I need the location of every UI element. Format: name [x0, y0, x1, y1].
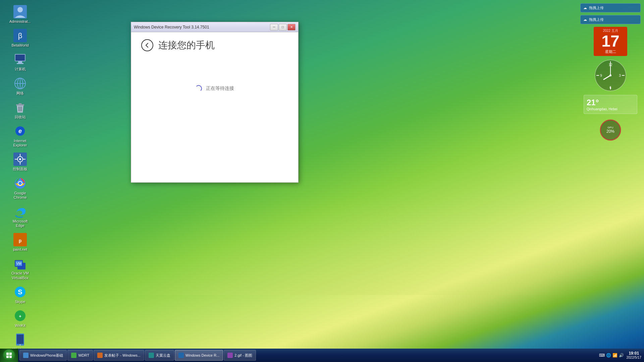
- svg-point-1: [17, 7, 23, 12]
- start-button[interactable]: [0, 349, 18, 362]
- icon-skype-label: Skype: [15, 300, 25, 304]
- desktop: Administrat... β BetaWorld 计算机: [0, 0, 644, 362]
- icon-network[interactable]: 网络: [7, 75, 34, 97]
- svg-text:9: 9: [600, 74, 602, 77]
- icon-ie-label: Internet Explorer: [8, 139, 32, 147]
- svg-text:p: p: [19, 238, 22, 243]
- taskbar-wdrt[interactable]: WDRT: [67, 350, 93, 361]
- taskbar-label-recovery: Windows Device R...: [185, 353, 219, 357]
- taskbar-clock[interactable]: 19:01 2022/5/17: [627, 351, 642, 360]
- icon-chrome[interactable]: Google Chrome: [7, 175, 34, 201]
- close-button[interactable]: ✕: [287, 24, 296, 31]
- window-controls: ─ □ ✕: [270, 24, 296, 31]
- icon-winkit-label: WinKit: [15, 323, 25, 328]
- taskbar-label-onedrive: 天翼云盘: [156, 353, 170, 358]
- taskbar-label-windowsphone: WindowsPhone基础: [30, 353, 63, 358]
- icon-ie[interactable]: e Internet Explorer: [7, 123, 34, 149]
- control-panel-icon: [13, 153, 27, 166]
- upload-text-1: 拖拽上传: [589, 5, 604, 10]
- taskbar-onedrive[interactable]: 天翼云盘: [145, 350, 174, 361]
- icon-control-panel[interactable]: 控制面板: [7, 151, 34, 173]
- computer-icon: [13, 53, 27, 66]
- clock-date: 2022/5/17: [627, 356, 642, 360]
- clock-time: 19:01: [627, 351, 642, 356]
- taskbar-gif[interactable]: 2.gif - 图图: [224, 350, 256, 361]
- icon-skype[interactable]: S Skype: [7, 284, 34, 306]
- icon-paintnet[interactable]: p paint.net: [7, 231, 34, 253]
- taskbar-icon-recovery: [178, 353, 184, 358]
- svg-text:+: +: [19, 314, 21, 319]
- network-icon: [13, 77, 27, 90]
- icon-paintnet-label: paint.net: [13, 247, 27, 252]
- svg-point-40: [19, 344, 21, 346]
- analog-clock-widget: 12 3 6 9: [594, 59, 627, 92]
- icon-network-label: 网络: [16, 91, 24, 96]
- start-orb: [3, 349, 15, 361]
- icon-edge-label: Microsoft Edge: [8, 219, 32, 228]
- taskbar-icon-weibo: [97, 353, 103, 358]
- svg-text:VM: VM: [16, 262, 21, 265]
- tray-icon-3: 📶: [612, 353, 618, 358]
- upload-notification-1[interactable]: ☁ 拖拽上传: [580, 3, 641, 12]
- icon-computer[interactable]: 计算机: [7, 51, 34, 73]
- svg-text:3: 3: [619, 74, 621, 77]
- maximize-button[interactable]: □: [279, 24, 287, 31]
- icon-virtualbox[interactable]: VM Oracle VM VirtualBox: [7, 255, 34, 282]
- svg-rect-57: [9, 353, 12, 355]
- icon-betaworld[interactable]: β BetaWorld: [7, 27, 34, 49]
- page-title: 连接您的手机: [158, 39, 215, 52]
- svg-text:GPU: GPU: [607, 126, 613, 129]
- taskbar-icon-wdrt: [71, 353, 76, 358]
- svg-rect-6: [18, 61, 22, 63]
- ie-icon: e: [13, 124, 27, 138]
- windows-device-icon: [13, 333, 27, 346]
- weather-temp: 21°: [587, 98, 634, 107]
- taskbar-windowsphone[interactable]: WindowsPhone基础: [19, 350, 67, 361]
- svg-rect-7: [17, 63, 23, 64]
- date-day: 17: [597, 33, 624, 49]
- tray-icon-4: 🔊: [619, 353, 624, 358]
- taskbar-label-wdrt: WDRT: [78, 353, 89, 357]
- right-widgets-area: ☁ 拖拽上传 ☁ 拖拽上传 2022 五月 17 星期二: [577, 0, 644, 147]
- svg-rect-59: [9, 356, 12, 358]
- taskbar-label-weibo: 发表帖子 - Windows...: [104, 353, 141, 358]
- betaworld-icon: β: [13, 29, 27, 42]
- icon-virtualbox-label: Oracle VM VirtualBox: [8, 271, 32, 280]
- svg-point-27: [18, 182, 22, 185]
- icon-control-panel-label: 控制面板: [13, 167, 28, 171]
- svg-text:20%: 20%: [606, 129, 614, 134]
- taskbar-recovery[interactable]: Windows Device R...: [175, 350, 223, 361]
- weather-location: Qinhuangdao, Hebei: [587, 107, 634, 111]
- svg-rect-58: [6, 356, 9, 358]
- icon-winkit[interactable]: + WinKit: [7, 307, 34, 329]
- icon-recycle-bin-label: 回收站: [15, 115, 26, 119]
- taskbar-weibo[interactable]: 发表帖子 - Windows...: [94, 350, 144, 361]
- system-tray: ⌨ 🌐 📶 🔊: [599, 353, 624, 358]
- cloud-icon: ☁: [583, 6, 587, 10]
- waiting-area: 正在等待连接: [141, 65, 288, 105]
- skype-icon: S: [13, 285, 27, 299]
- winkit-icon: +: [13, 309, 27, 322]
- administrator-icon: [13, 5, 27, 18]
- taskbar-right: ⌨ 🌐 📶 🔊 19:01 2022/5/17: [596, 351, 644, 360]
- icon-recycle-bin[interactable]: 回收站: [7, 99, 34, 121]
- page-header: 连接您的手机: [141, 39, 288, 52]
- window-titlebar: Windows Device Recovery Tool 3.14.7501 ─…: [131, 22, 298, 32]
- weather-widget: 21° Qinhuangdao, Hebei: [584, 95, 637, 114]
- svg-rect-56: [6, 353, 9, 355]
- back-button[interactable]: [141, 39, 153, 51]
- minimize-button[interactable]: ─: [270, 24, 278, 31]
- desktop-icon-area: Administrat... β BetaWorld 计算机: [0, 0, 40, 349]
- upload-notification-2[interactable]: ☁ 拖拽上传: [580, 15, 641, 24]
- icon-administrator[interactable]: Administrat...: [7, 3, 34, 25]
- icon-edge[interactable]: Microsoft Edge: [7, 203, 34, 230]
- edge-icon: [13, 205, 27, 218]
- taskbar: WindowsPhone基础 WDRT 发表帖子 - Windows... 天翼…: [0, 349, 644, 362]
- waiting-text: 正在等待连接: [206, 85, 234, 92]
- icon-computer-label: 计算机: [15, 67, 26, 71]
- svg-point-48: [609, 74, 611, 76]
- svg-rect-39: [17, 335, 23, 344]
- desktop-decoration: [101, 194, 577, 295]
- recycle-bin-icon: [13, 101, 27, 114]
- chrome-icon: [13, 177, 27, 190]
